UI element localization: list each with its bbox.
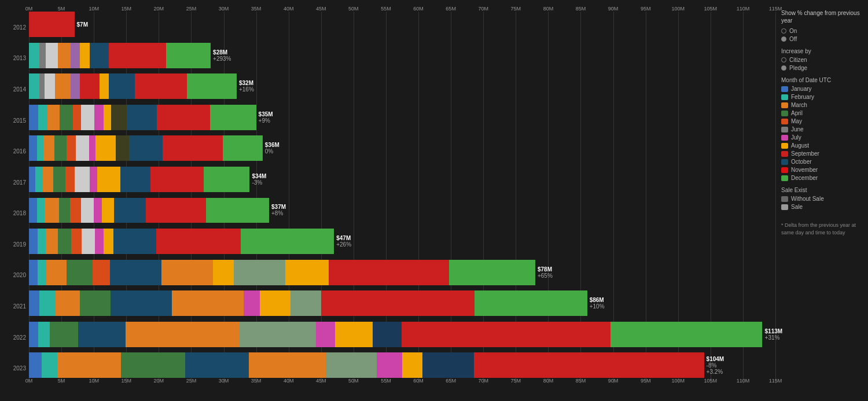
legend-month-november[interactable]: November xyxy=(781,167,862,173)
month-swatch-may xyxy=(781,119,788,124)
bar-segment xyxy=(135,73,187,99)
x-tick-75M: 75M xyxy=(511,378,521,384)
month-swatch-march xyxy=(781,102,788,108)
x-tick-70M: 70M xyxy=(478,378,488,384)
x-tick-10M: 10M xyxy=(89,378,99,384)
row-label-2021: $86M+10% xyxy=(590,297,605,310)
month-label-july: July xyxy=(791,134,801,141)
legend-month-october[interactable]: October xyxy=(781,159,862,165)
month-label-june: June xyxy=(791,126,804,133)
x-tick-5M: 5M xyxy=(58,378,65,384)
month-swatch-february xyxy=(781,94,788,100)
bar-segment xyxy=(78,322,126,347)
bar-segment xyxy=(29,105,38,130)
month-title: Month of Date UTC xyxy=(781,77,862,83)
bar-segment xyxy=(129,135,163,161)
sale-swatch xyxy=(781,196,788,202)
pct-on-option[interactable]: On xyxy=(781,28,862,34)
x-tick-35M: 35M xyxy=(251,6,262,12)
year-label-2018: 2018 xyxy=(13,210,26,216)
bar-segment xyxy=(47,105,60,130)
month-label-december: December xyxy=(791,175,818,181)
pct-off-option[interactable]: Off xyxy=(781,36,862,42)
row-label-2014: $32M+16% xyxy=(239,80,254,93)
bar-segment xyxy=(39,73,45,99)
bar-segment xyxy=(38,322,50,347)
legend-month-april[interactable]: April xyxy=(781,110,862,116)
row-label-2018: $37M+8% xyxy=(271,204,286,216)
bar-segment xyxy=(90,43,109,68)
legend-sale-without-sale[interactable]: Without Sale xyxy=(781,196,862,202)
bar-segment xyxy=(402,322,610,347)
legend-month-march[interactable]: March xyxy=(781,102,862,108)
bar-segment xyxy=(81,105,95,130)
legend-month-may[interactable]: May xyxy=(781,118,862,124)
x-tick-45M: 45M xyxy=(316,378,326,384)
bar-segment xyxy=(402,352,422,378)
bar-segment xyxy=(116,135,129,161)
x-tick-40M: 40M xyxy=(284,378,294,384)
bar-segment xyxy=(29,12,75,37)
chart-row-2017: $34M-3% xyxy=(29,167,775,192)
month-swatch-june xyxy=(781,127,788,133)
bar-segment xyxy=(156,229,241,254)
chart-row-2012: $7M xyxy=(29,12,775,37)
pledge-option[interactable]: Pledge xyxy=(781,65,862,71)
x-tick-45M: 45M xyxy=(316,6,326,12)
citizen-option[interactable]: Citizen xyxy=(781,57,862,63)
legend-month-june[interactable]: June xyxy=(781,126,862,133)
month-label-may: May xyxy=(791,118,802,124)
month-swatch-october xyxy=(781,159,788,165)
bar-segment xyxy=(102,198,115,223)
pct-off-radio[interactable] xyxy=(781,36,786,42)
x-tick-65M: 65M xyxy=(446,378,456,384)
month-label-september: September xyxy=(791,150,819,157)
x-axis-bottom: 0M5M10M15M20M25M30M35M40M45M50M55M60M65M… xyxy=(29,378,775,389)
legend-sale-sale[interactable]: Sale xyxy=(781,204,862,210)
bar-segment xyxy=(187,73,237,99)
bar-segment xyxy=(474,352,704,378)
bar-segment xyxy=(321,290,475,316)
legend-month-january[interactable]: January xyxy=(781,86,862,92)
bar-segment xyxy=(38,260,46,285)
bar-segment xyxy=(46,43,58,68)
x-tick-30M: 30M xyxy=(219,6,229,12)
chart-row-2021: $86M+10% xyxy=(29,290,775,316)
bar-segment xyxy=(610,322,763,347)
bar-segment xyxy=(109,73,135,99)
legend-month-august[interactable]: August xyxy=(781,142,862,149)
pct-on-radio[interactable] xyxy=(781,28,786,34)
bar-segment xyxy=(90,167,97,192)
row-label-2019: $47M+26% xyxy=(336,235,351,248)
bar-segment xyxy=(37,135,44,161)
bar-segment xyxy=(71,73,80,99)
legend-month-september[interactable]: September xyxy=(781,150,862,157)
month-swatch-december xyxy=(781,175,788,181)
pledge-radio[interactable] xyxy=(781,65,786,71)
row-label-2016: $36M0% xyxy=(265,142,279,154)
legend-month-july[interactable]: July xyxy=(781,134,862,141)
bar-segment xyxy=(110,260,161,285)
bar-segment xyxy=(65,167,75,192)
bar-segment xyxy=(104,229,114,254)
x-tick-40M: 40M xyxy=(284,6,294,12)
x-tick-110M: 110M xyxy=(737,378,750,384)
legend-month-february[interactable]: February xyxy=(781,94,862,100)
year-label-2017: 2017 xyxy=(13,179,26,185)
bar-segment xyxy=(29,198,37,223)
bar-segment xyxy=(95,135,116,161)
bar-segment xyxy=(104,105,111,130)
month-label-february: February xyxy=(791,94,814,100)
bar-segment xyxy=(172,290,244,316)
citizen-radio[interactable] xyxy=(781,57,786,62)
bar-segment xyxy=(422,352,473,378)
row-label-2012: $7M xyxy=(77,21,88,27)
x-tick-55M: 55M xyxy=(381,378,391,384)
bar-segment xyxy=(111,105,126,130)
legend-month-december[interactable]: December xyxy=(781,175,862,181)
bar-segment xyxy=(73,105,80,130)
pct-off-label: Off xyxy=(789,36,797,42)
bar-segment xyxy=(113,229,156,254)
citizen-label: Citizen xyxy=(789,57,807,63)
x-tick-95M: 95M xyxy=(641,378,651,384)
